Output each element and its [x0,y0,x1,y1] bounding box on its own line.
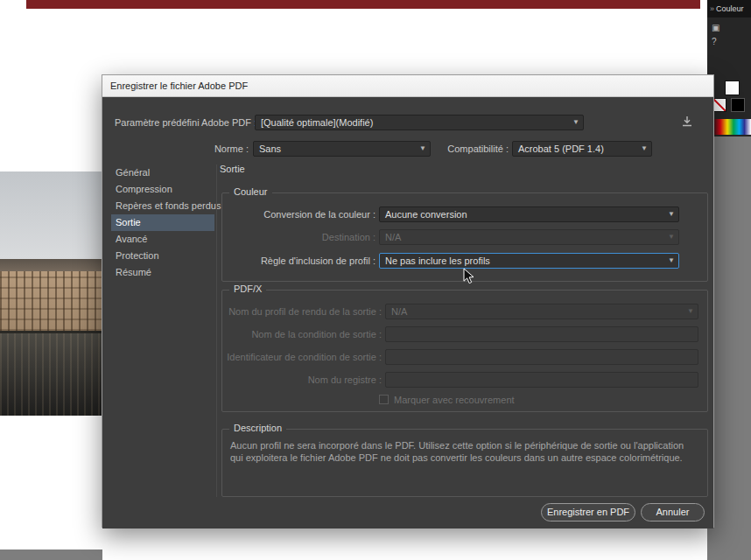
chevron-down-icon: ▼ [641,144,648,153]
conversion-label: Conversion de la couleur : [225,206,376,222]
sidebar-item-resume[interactable]: Résumé [111,264,214,281]
photo-building-facade [0,271,102,331]
preset-select[interactable]: [Qualité optimale](Modifié)▼ [255,115,584,130]
description-text: Aucun profil ne sera incorporé dans le P… [230,439,696,464]
dialog-title[interactable]: Enregistrer le fichier Adobe PDF [102,75,713,97]
dialog-body: Paramètre prédéfini Adobe PDF : [Qualité… [102,97,713,528]
save-preset-icon[interactable] [680,115,694,129]
rendu-select: N/A▼ [385,304,698,319]
chevron-down-icon: ▼ [419,144,426,153]
compat-select[interactable]: Acrobat 5 (PDF 1.4)▼ [512,141,652,157]
copy-swatch-icon[interactable]: ▣ [712,23,719,32]
fill-swatch-white[interactable] [725,80,740,95]
sidebar-item-protection[interactable]: Protection [111,248,214,264]
photo-sky [0,172,102,259]
group-pdfx-title: PDF/X [229,284,266,294]
condition-field [385,326,698,342]
profil-label: Règle d'inclusion de profil : [225,253,376,269]
help-icon[interactable]: ? [712,37,717,46]
chevron-down-icon: ▼ [687,307,694,316]
mouse-cursor [463,268,475,285]
group-couleur-title: Couleur [229,186,272,197]
recouvrement-label: Marquer avec recouvrement [394,392,515,408]
registre-label: Nom du registre : [225,372,382,388]
sidebar-item-avance[interactable]: Avancé [111,231,214,248]
color-panel-header[interactable]: »Couleur [707,0,751,18]
save-pdf-button[interactable]: Enregistrer en PDF [541,503,635,522]
sidebar-divider [216,164,217,497]
pasteboard-bottom-left [0,550,102,560]
category-list: Général Compression Repères et fonds per… [111,164,214,281]
sidebar-item-sortie[interactable]: Sortie [111,214,214,231]
recouvrement-checkbox [379,395,389,404]
destination-label: Destination : [225,229,376,245]
panel-collapse-icon[interactable]: » [707,4,716,13]
chevron-down-icon: ▼ [668,233,675,242]
registre-field [385,372,698,388]
none-swatch-icon[interactable] [712,98,726,112]
photo-water-reflection [0,333,102,416]
group-description-title: Description [229,423,286,433]
save-adobe-pdf-dialog: Enregistrer le fichier Adobe PDF Paramèt… [102,74,714,528]
conversion-select[interactable]: Aucune conversion▼ [379,206,679,222]
compat-label: Compatibilité : [432,141,509,157]
identificateur-field [385,349,698,365]
photo-roof [0,259,102,271]
destination-select: N/A▼ [379,229,679,245]
chevron-down-icon: ▼ [668,256,675,265]
cancel-button[interactable]: Annuler [641,503,705,522]
page-title: Sortie [220,164,245,174]
chevron-down-icon: ▼ [668,210,675,219]
sidebar-item-general[interactable]: Général [111,164,214,181]
sidebar-item-compression[interactable]: Compression [111,181,214,198]
norme-select[interactable]: Sans▼ [253,141,431,157]
sidebar-item-reperes[interactable]: Repères et fonds perdus [111,198,214,214]
color-panel-title: Couleur [716,4,744,13]
stroke-swatch-black[interactable] [731,98,745,112]
norme-label: Norme : [186,141,249,157]
rendu-label: Nom du profil de rendu de la sortie : [225,304,382,319]
chevron-down-icon: ▼ [572,118,579,127]
document-red-band [26,0,700,9]
identificateur-label: Identificateur de condition de sortie : [225,349,382,365]
profil-select[interactable]: Ne pas inclure les profils▼ [379,253,679,269]
placed-image-bordeaux[interactable] [0,172,102,416]
preset-label: Paramètre prédéfini Adobe PDF : [115,115,251,130]
app-window: »Couleur ▣ ? Enregistrer le fichier Adob… [0,0,751,560]
condition-label: Nom de la condition de sortie : [225,326,382,342]
